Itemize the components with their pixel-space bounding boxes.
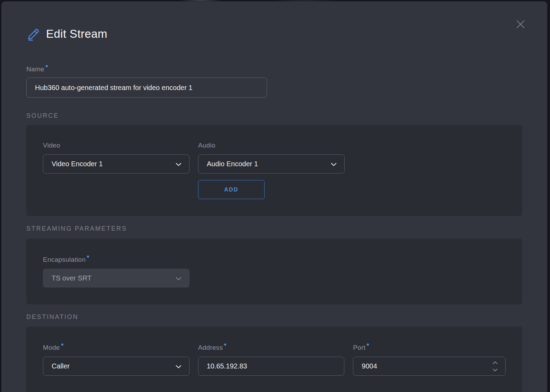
address-column: Address — [198, 344, 345, 376]
required-dot — [61, 344, 63, 346]
encapsulation-column: Encapsulation TS over SRT — [43, 256, 189, 287]
chevron-up-icon[interactable] — [493, 359, 498, 366]
name-label: Name — [26, 65, 522, 73]
port-input[interactable] — [362, 362, 465, 370]
video-encoder-select[interactable]: Video Encoder 1 — [43, 154, 189, 173]
mode-value: Caller — [52, 362, 70, 370]
required-dot — [367, 344, 369, 346]
mode-column: Mode Caller — [43, 344, 189, 376]
close-icon — [515, 19, 526, 30]
chevron-down-icon[interactable] — [493, 367, 498, 373]
source-section-heading: SOURCE — [26, 112, 522, 119]
encapsulation-label: Encapsulation — [43, 256, 189, 264]
edit-pencil-icon — [26, 27, 40, 41]
audio-encoder-value: Audio Encoder 1 — [207, 160, 258, 168]
audio-column: Audio Audio Encoder 1 ADD — [198, 142, 345, 199]
destination-heading: DESTINATION — [26, 313, 522, 321]
port-column: Port — [353, 344, 506, 376]
chevron-down-icon — [176, 274, 181, 282]
streaming-parameters-card: Encapsulation TS over SRT — [26, 239, 522, 304]
mode-label: Mode — [43, 344, 189, 351]
name-input[interactable] — [26, 78, 267, 98]
streaming-parameters-heading: STREAMING PARAMETERS — [26, 225, 522, 232]
video-column: Video Video Encoder 1 — [43, 142, 189, 199]
destination-card: Mode Caller Address Port — [26, 327, 522, 392]
edit-stream-dialog: Edit Stream Name SOURCE Video Video Enco… — [1, 1, 547, 392]
encapsulation-value: TS over SRT — [52, 274, 91, 282]
stepper-arrows[interactable] — [493, 359, 498, 373]
name-field-block: Name — [26, 65, 522, 98]
video-encoder-value: Video Encoder 1 — [52, 160, 103, 168]
required-dot — [87, 256, 89, 258]
port-label: Port — [353, 344, 506, 351]
chevron-down-icon — [331, 160, 337, 168]
audio-label: Audio — [198, 142, 345, 149]
required-dot — [46, 65, 48, 67]
address-label: Address — [198, 344, 345, 351]
audio-encoder-select[interactable]: Audio Encoder 1 — [198, 154, 345, 173]
dialog-title: Edit Stream — [46, 27, 107, 41]
address-input[interactable] — [198, 357, 345, 376]
close-button[interactable] — [515, 19, 526, 30]
encapsulation-select[interactable]: TS over SRT — [43, 269, 189, 287]
chevron-down-icon — [176, 362, 181, 370]
mode-select[interactable]: Caller — [43, 357, 189, 376]
add-button[interactable]: ADD — [198, 180, 265, 199]
source-card: Video Video Encoder 1 Audio Audio Encode… — [26, 125, 522, 216]
video-label: Video — [43, 142, 189, 149]
required-dot — [224, 344, 226, 346]
port-stepper — [353, 357, 506, 376]
dialog-header: Edit Stream — [26, 27, 522, 41]
chevron-down-icon — [176, 160, 181, 168]
